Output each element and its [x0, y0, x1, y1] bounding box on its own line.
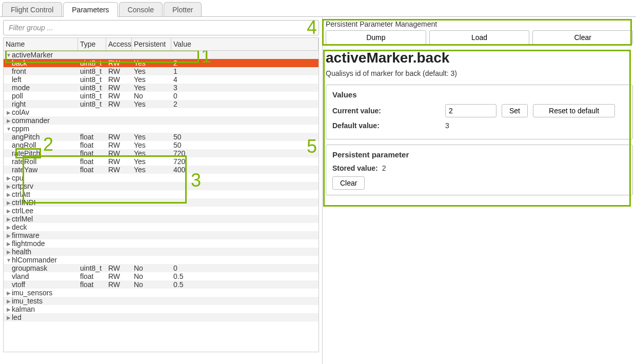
tree-group-row[interactable]: ▶kalman	[4, 305, 319, 313]
chevron-right-icon[interactable]: ▶	[6, 175, 12, 181]
parameter-tree[interactable]: Name Type Access Persistent Value ▼activ…	[3, 37, 319, 352]
row-name: cpu	[12, 174, 24, 182]
tree-group-row[interactable]: ▶commander	[4, 116, 319, 125]
row-type: uint8_t	[78, 84, 106, 92]
tree-param-row[interactable]: polluint8_tRWNo0	[4, 92, 319, 100]
tree-group-row[interactable]: ▶ctrlLee	[4, 207, 319, 215]
chevron-down-icon[interactable]: ▼	[6, 52, 12, 58]
chevron-right-icon[interactable]: ▶	[6, 307, 12, 312]
parameter-description: Qualisys id of marker for back (default:…	[326, 69, 633, 77]
col-persistent[interactable]: Persistent	[132, 38, 171, 50]
clear-stored-button[interactable]: Clear	[332, 176, 365, 190]
set-button[interactable]: Set	[502, 104, 528, 117]
row-name: flightmode	[12, 239, 45, 248]
chevron-right-icon[interactable]: ▶	[6, 216, 12, 222]
tab-console[interactable]: Console	[119, 2, 163, 17]
chevron-right-icon[interactable]: ▶	[6, 118, 12, 124]
chevron-down-icon[interactable]: ▼	[6, 126, 12, 132]
row-type: float	[78, 141, 106, 149]
tree-param-row[interactable]: modeuint8_tRWYes3	[4, 84, 319, 92]
row-name: rateYaw	[12, 166, 37, 174]
tree-group-row[interactable]: ▶flightmode	[4, 239, 319, 248]
tree-group-row[interactable]: ▶colAv	[4, 108, 319, 116]
tree-param-row[interactable]: ratePitchfloatRWYes720	[4, 149, 319, 157]
chevron-right-icon[interactable]: ▶	[6, 290, 12, 296]
chevron-right-icon[interactable]: ▶	[6, 208, 12, 214]
tree-group-row[interactable]: ▶ctrlAtt	[4, 190, 319, 198]
chevron-right-icon[interactable]: ▶	[6, 110, 12, 115]
tab-plotter[interactable]: Plotter	[164, 2, 202, 17]
tree-group-row[interactable]: ▼hlCommander	[4, 256, 319, 264]
row-value: 2	[171, 59, 319, 67]
row-type: uint8_t	[78, 67, 106, 75]
tree-param-row[interactable]: backuint8_tRWYes2	[4, 59, 319, 67]
row-persistent: Yes	[132, 133, 171, 141]
persistent-panel: Persistent parameter Stored value: 2 Cle…	[326, 145, 633, 195]
row-persistent: Yes	[132, 157, 171, 166]
tree-param-row[interactable]: frontuint8_tRWYes1	[4, 67, 319, 75]
row-persistent: No	[132, 280, 171, 289]
chevron-right-icon[interactable]: ▶	[6, 233, 12, 238]
tab-flight-control[interactable]: Flight Control	[2, 2, 62, 17]
row-name: imu_tests	[12, 297, 43, 305]
chevron-right-icon[interactable]: ▶	[6, 192, 12, 197]
row-type: uint8_t	[78, 264, 106, 272]
tree-group-row[interactable]: ▶cpu	[4, 174, 319, 182]
row-access: RW	[106, 100, 132, 108]
clear-all-button[interactable]: Clear	[532, 30, 633, 45]
row-name: ctrlMel	[12, 215, 33, 223]
tree-param-row[interactable]: rightuint8_tRWYes2	[4, 100, 319, 108]
tree-group-row[interactable]: ▶ctrlINDI	[4, 198, 319, 207]
col-name[interactable]: Name	[4, 38, 78, 50]
reset-button[interactable]: Reset to default	[533, 104, 615, 117]
tree-param-row[interactable]: leftuint8_tRWYes4	[4, 75, 319, 84]
tree-group-row[interactable]: ▼cppm	[4, 125, 319, 133]
row-persistent: Yes	[132, 67, 171, 75]
filter-input[interactable]	[3, 20, 319, 35]
tree-group-row[interactable]: ▶deck	[4, 223, 319, 231]
tree-param-row[interactable]: angRollfloatRWYes50	[4, 141, 319, 149]
row-access: RW	[106, 133, 132, 141]
tree-param-row[interactable]: groupmaskuint8_tRWNo0	[4, 264, 319, 272]
row-name: rateRoll	[12, 157, 36, 166]
current-value-label: Current value:	[332, 107, 399, 115]
tree-param-row[interactable]: angPitchfloatRWYes50	[4, 133, 319, 141]
current-value-input[interactable]	[445, 104, 496, 117]
chevron-right-icon[interactable]: ▶	[6, 225, 12, 230]
tree-param-row[interactable]: rateRollfloatRWYes720	[4, 157, 319, 166]
values-heading: Values	[332, 90, 626, 99]
chevron-right-icon[interactable]: ▶	[6, 249, 12, 255]
tree-group-row[interactable]: ▶imu_tests	[4, 297, 319, 305]
tree-group-row[interactable]: ▶health	[4, 248, 319, 256]
col-type[interactable]: Type	[78, 38, 106, 50]
row-persistent: Yes	[132, 166, 171, 174]
row-type: float	[78, 166, 106, 174]
tree-group-row[interactable]: ▶firmware	[4, 231, 319, 239]
chevron-right-icon[interactable]: ▶	[6, 241, 12, 247]
row-type: float	[78, 280, 106, 289]
row-persistent: No	[132, 92, 171, 100]
chevron-right-icon[interactable]: ▶	[6, 184, 12, 189]
tree-header: Name Type Access Persistent Value	[4, 38, 319, 51]
col-value[interactable]: Value	[171, 38, 319, 50]
tree-group-row[interactable]: ▶ctrlMel	[4, 215, 319, 223]
col-access[interactable]: Access	[106, 38, 132, 50]
dump-button[interactable]: Dump	[326, 30, 426, 45]
row-access: RW	[106, 84, 132, 92]
load-button[interactable]: Load	[429, 30, 530, 45]
tree-group-row[interactable]: ▶led	[4, 313, 319, 321]
tree-group-row[interactable]: ▼activeMarker	[4, 51, 319, 59]
chevron-down-icon[interactable]: ▼	[6, 257, 12, 263]
tab-parameters[interactable]: Parameters	[63, 2, 117, 17]
row-name: angRoll	[12, 141, 36, 149]
tree-param-row[interactable]: vlandfloatRWNo0.5	[4, 272, 319, 280]
tree-group-row[interactable]: ▶crtpsrv	[4, 182, 319, 190]
chevron-right-icon[interactable]: ▶	[6, 200, 12, 206]
tree-param-row[interactable]: vtofffloatRWNo0.5	[4, 280, 319, 289]
chevron-right-icon[interactable]: ▶	[6, 298, 12, 304]
tree-group-row[interactable]: ▶imu_sensors	[4, 289, 319, 297]
tree-param-row[interactable]: rateYawfloatRWYes400	[4, 166, 319, 174]
row-name: imu_sensors	[12, 289, 52, 297]
row-name: ctrlLee	[12, 207, 33, 215]
chevron-right-icon[interactable]: ▶	[6, 315, 12, 320]
